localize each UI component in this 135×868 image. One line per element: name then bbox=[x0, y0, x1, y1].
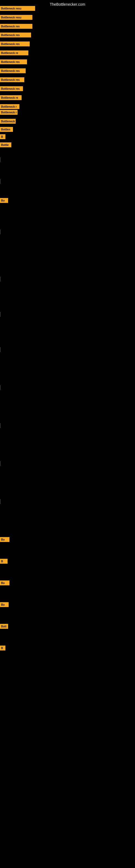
bottleneck-bar-4: Bottleneck res bbox=[0, 41, 30, 46]
bottleneck-bar-33: B bbox=[0, 646, 5, 650]
bottleneck-bar-5: Bottleneck re bbox=[0, 51, 28, 55]
bottleneck-bar-32: Bott bbox=[0, 624, 8, 629]
bottleneck-bar-0: Bottleneck resu bbox=[0, 6, 35, 11]
bottleneck-bar-10: Bottleneck re bbox=[0, 95, 21, 100]
bar-line-22 bbox=[0, 312, 0, 317]
bottleneck-bar-2: Bottleneck res bbox=[0, 24, 32, 29]
bar-line-17 bbox=[0, 157, 0, 162]
bottleneck-bar-15: B bbox=[0, 134, 5, 139]
bar-line-26 bbox=[0, 461, 0, 466]
bar-line-20 bbox=[0, 229, 0, 235]
bottleneck-bar-28: Bo bbox=[0, 537, 9, 542]
bottleneck-bar-8: Bottleneck res bbox=[0, 77, 24, 82]
bottleneck-bar-29: B bbox=[0, 559, 8, 564]
bar-line-27 bbox=[0, 499, 0, 504]
bottleneck-bar-9: Bottleneck res bbox=[0, 86, 23, 91]
bottleneck-bar-3: Bottleneck res bbox=[0, 33, 31, 37]
bar-line-24 bbox=[0, 385, 0, 390]
bottleneck-bar-13: Bottleneck r bbox=[0, 119, 16, 124]
bar-line-23 bbox=[0, 347, 0, 352]
bottleneck-bar-14: Bottlen bbox=[0, 127, 13, 132]
bottleneck-bar-12: Bottleneck r bbox=[0, 110, 17, 115]
bottleneck-bar-30: Bo bbox=[0, 581, 9, 585]
bottleneck-bar-31: Bo bbox=[0, 602, 9, 607]
bottleneck-bar-1: Bottleneck resu bbox=[0, 15, 32, 20]
bottleneck-bar-6: Bottleneck res bbox=[0, 59, 27, 64]
bottleneck-bar-19: Bo bbox=[0, 198, 8, 203]
bottleneck-bar-16: Bottle bbox=[0, 143, 11, 147]
bottleneck-bar-11: Bottleneck r bbox=[0, 104, 19, 109]
bottleneck-bar-7: Bottleneck res bbox=[0, 68, 26, 73]
bar-line-25 bbox=[0, 423, 0, 428]
bar-line-21 bbox=[0, 277, 0, 282]
bar-line-18 bbox=[0, 179, 0, 184]
